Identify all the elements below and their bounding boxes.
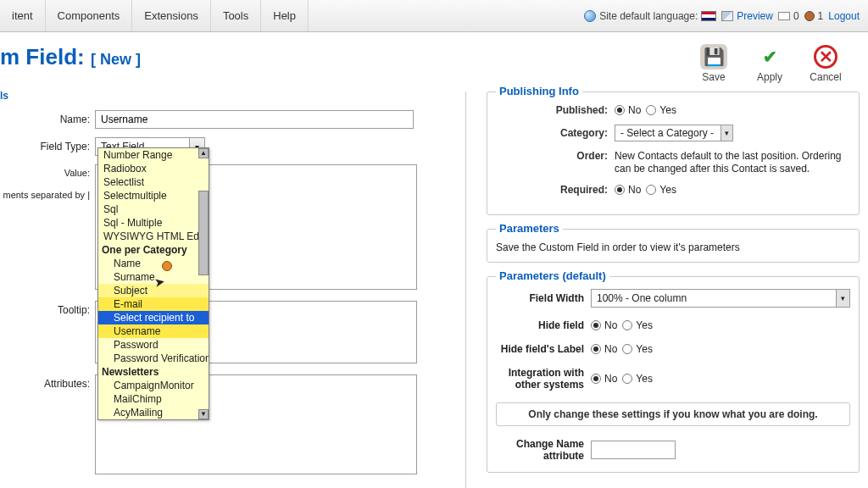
hide-field-yes-radio[interactable] bbox=[622, 320, 632, 330]
scroll-thumb[interactable] bbox=[198, 191, 209, 275]
page-title-main: m Field: bbox=[0, 44, 85, 69]
hide-label-yes-text: Yes bbox=[636, 343, 653, 355]
field-type-label: Field Type: bbox=[0, 137, 95, 152]
page-title-bracket: [ New ] bbox=[91, 51, 141, 68]
parameters-default-legend: Parameters (default) bbox=[496, 269, 609, 282]
globe-icon bbox=[584, 10, 596, 22]
dropdown-option[interactable]: AcyMailing bbox=[98, 406, 209, 419]
dropdown-option[interactable]: Subject bbox=[98, 284, 209, 297]
chevron-down-icon[interactable]: ▾ bbox=[836, 290, 849, 307]
logout-link[interactable]: Logout bbox=[828, 10, 860, 22]
category-label: Category: bbox=[496, 127, 615, 139]
tooltip-label: Tooltip: bbox=[0, 301, 95, 316]
published-no-text: No bbox=[628, 104, 641, 116]
dropdown-option[interactable]: Sql bbox=[98, 202, 209, 216]
integration-no-radio[interactable] bbox=[591, 374, 601, 384]
dropdown-option[interactable]: E-mail bbox=[98, 297, 209, 311]
details-legend: ls bbox=[0, 90, 8, 102]
top-menubar: itent Components Extensions Tools Help S… bbox=[0, 0, 868, 32]
floppy-icon: 💾 bbox=[700, 44, 727, 69]
dropdown-option[interactable]: Selectlist bbox=[98, 175, 209, 189]
apply-label: Apply bbox=[757, 71, 782, 83]
category-value: - Select a Category - bbox=[615, 127, 721, 139]
details-panel: ls Name: Field Type: Text Field ▾ Value:… bbox=[0, 92, 466, 488]
publishing-info-panel: Publishing Info Published: No Yes Catego… bbox=[487, 92, 860, 215]
published-yes-radio[interactable] bbox=[646, 105, 656, 115]
menu-item-components[interactable]: Components bbox=[46, 0, 133, 31]
parameters-default-panel: Parameters (default) Field Width 100% - … bbox=[487, 276, 860, 473]
integration-no-text: No bbox=[604, 373, 617, 385]
save-button[interactable]: 💾 Save bbox=[693, 44, 734, 83]
user-icon bbox=[804, 11, 815, 21]
dropdown-option[interactable]: Number Range bbox=[98, 148, 209, 162]
change-name-label: Change Name attribute bbox=[496, 438, 591, 462]
dropdown-option[interactable]: Select recipient to bbox=[98, 311, 209, 324]
dropdown-option[interactable]: One per Category bbox=[98, 243, 209, 257]
menu-item-tools[interactable]: Tools bbox=[211, 0, 261, 31]
parameters-meta-panel: Parameters Save the Custom Field in orde… bbox=[487, 229, 860, 263]
required-no-text: No bbox=[628, 184, 641, 196]
hide-label-no-radio[interactable] bbox=[591, 344, 601, 354]
flag-icon bbox=[701, 11, 716, 21]
dropdown-option[interactable]: CampaignMonitor bbox=[98, 379, 209, 392]
scroll-down-icon[interactable]: ▼ bbox=[198, 409, 209, 419]
order-text: New Contacts default to the last positio… bbox=[615, 150, 850, 175]
menu-left: itent Components Extensions Tools Help bbox=[0, 0, 309, 31]
integration-yes-text: Yes bbox=[636, 373, 653, 385]
chevron-down-icon[interactable]: ▾ bbox=[721, 125, 732, 141]
dropdown-option[interactable]: MailChimp bbox=[98, 392, 209, 406]
category-select[interactable]: - Select a Category - ▾ bbox=[615, 125, 733, 141]
order-label: Order: bbox=[496, 150, 615, 162]
required-yes-text: Yes bbox=[659, 184, 676, 196]
dropdown-option[interactable]: Selectmultiple bbox=[98, 189, 209, 202]
parameters-meta-legend: Parameters bbox=[496, 222, 563, 235]
dropdown-option[interactable]: Sql - Multiple bbox=[98, 216, 209, 230]
dropdown-option[interactable]: Name bbox=[98, 257, 209, 270]
dropdown-option[interactable]: Password bbox=[98, 338, 209, 352]
hide-field-yes-text: Yes bbox=[636, 319, 653, 331]
check-icon: ✔ bbox=[756, 44, 783, 69]
hide-label-yes-radio[interactable] bbox=[622, 344, 632, 354]
cancel-button[interactable]: ✕ Cancel bbox=[805, 44, 846, 83]
settings-warning: Only change these settings if you know w… bbox=[496, 402, 850, 426]
published-label: Published: bbox=[496, 104, 615, 116]
hide-field-no-text: No bbox=[604, 319, 617, 331]
hide-label-no-text: No bbox=[604, 343, 617, 355]
integration-yes-radio[interactable] bbox=[622, 374, 632, 384]
mail-count: 0 bbox=[793, 10, 799, 22]
dropdown-option[interactable]: Username bbox=[98, 324, 209, 338]
mail-icon bbox=[778, 12, 790, 20]
required-no-radio[interactable] bbox=[615, 185, 625, 195]
menu-item-extensions[interactable]: Extensions bbox=[132, 0, 211, 31]
published-yes-text: Yes bbox=[659, 104, 676, 116]
hide-field-label: Hide field bbox=[496, 319, 591, 331]
field-width-select[interactable]: 100% - One column ▾ bbox=[591, 289, 850, 308]
cancel-label: Cancel bbox=[810, 71, 841, 83]
field-type-dropdown[interactable]: ▲ ▼ Number RangeRadioboxSelectlistSelect… bbox=[97, 147, 209, 420]
preview-link[interactable]: Preview bbox=[737, 10, 773, 22]
publishing-legend: Publishing Info bbox=[496, 85, 582, 97]
title-bar: m Field: [ New ] 💾 Save ✔ Apply ✕ Cancel bbox=[0, 32, 868, 92]
attributes-label: Attributes: bbox=[0, 374, 95, 390]
cursor-marker-icon bbox=[162, 261, 172, 271]
cancel-icon: ✕ bbox=[812, 44, 839, 69]
menu-item-content[interactable]: itent bbox=[0, 0, 46, 31]
name-input[interactable] bbox=[95, 110, 414, 129]
published-no-radio[interactable] bbox=[615, 105, 625, 115]
picture-icon bbox=[721, 11, 733, 21]
site-lang-label: Site default language: bbox=[599, 10, 698, 22]
dropdown-option[interactable]: WYSIWYG HTML Editor bbox=[98, 230, 209, 243]
name-label: Name: bbox=[0, 110, 95, 125]
scroll-up-icon[interactable]: ▲ bbox=[198, 148, 209, 158]
change-name-input[interactable] bbox=[591, 441, 676, 459]
apply-button[interactable]: ✔ Apply bbox=[749, 44, 790, 83]
dropdown-option[interactable]: Radiobox bbox=[98, 162, 209, 175]
value-label: Value: ments separated by | bbox=[0, 164, 95, 201]
dropdown-option[interactable]: Password Verification bbox=[98, 352, 209, 365]
required-yes-radio[interactable] bbox=[646, 185, 656, 195]
required-label: Required: bbox=[496, 184, 615, 196]
dropdown-option[interactable]: Newsletters bbox=[98, 365, 209, 379]
menu-item-help[interactable]: Help bbox=[261, 0, 309, 31]
user-count: 1 bbox=[818, 10, 824, 22]
hide-field-no-radio[interactable] bbox=[591, 320, 601, 330]
